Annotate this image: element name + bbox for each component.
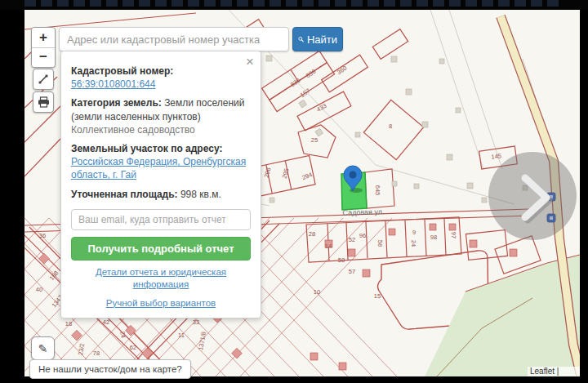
search-input[interactable] [59, 27, 289, 51]
clipped-header-text [24, 0, 564, 7]
pencil-icon: ✎ [38, 342, 48, 355]
address-row: Земельный участок по адресу: Российская … [71, 142, 251, 182]
not-found-label: Не нашли участок/дом на карте? [38, 364, 182, 374]
parcel-label: 28 [309, 230, 315, 238]
area-value: 998 кв.м. [180, 189, 221, 200]
parcel-label: 145 [491, 152, 501, 160]
parcel-label: 8 [389, 122, 392, 130]
parcel-label: 1371/8 [197, 331, 207, 350]
parcel-label: 24 [410, 240, 417, 247]
parcel-label: 96 [359, 232, 366, 239]
parcel-label: 836 [289, 77, 301, 88]
parcel-label: 62 [130, 344, 136, 351]
zoom-control: + − [31, 27, 56, 68]
land-category-extra: Коллективное садоводство [71, 123, 251, 136]
search-icon [298, 34, 304, 44]
draw-button[interactable]: ✎ [31, 336, 55, 360]
building-footprints [233, 34, 528, 203]
not-found-button[interactable]: Не нашли участок/дом на карте? [29, 359, 191, 379]
zoom-in-button[interactable]: + [32, 28, 55, 48]
print-button[interactable] [33, 91, 54, 113]
parcel-label: 78 [93, 350, 100, 357]
cadastral-number-label: Кадастровый номер: [71, 65, 173, 77]
parcel-label: 15 [374, 292, 381, 300]
expand-arrow-icon [38, 73, 49, 85]
parcel-label: 157 [299, 87, 311, 99]
manual-select-link[interactable]: Ручной выбор вариантов [71, 297, 251, 310]
get-report-button[interactable]: Получить подробный отчет [71, 237, 251, 261]
parcel-label: 97 [450, 232, 457, 238]
close-icon[interactable]: × [246, 55, 254, 69]
parcel-label: 645 [374, 185, 381, 196]
parcel-label: 58 [338, 256, 345, 264]
cadastral-number-row: Кадастровый номер: 56:39:0108001:644 [71, 65, 251, 91]
parcel-label: 58 [376, 240, 384, 247]
parcel-label: 18 [65, 320, 72, 327]
parcel-label: 98 [430, 234, 437, 241]
email-field[interactable] [71, 209, 251, 230]
leaflet-attribution[interactable]: Leaflet | [528, 367, 580, 376]
app-window: 8368361573604332581452962952946452814529… [0, 0, 588, 383]
area-row: Уточненная площадь: 998 кв.м. [71, 188, 251, 201]
parcel-label: 42 [103, 318, 109, 326]
next-arrow-overlay[interactable] [488, 152, 577, 240]
parcel-info-panel: × Кадастровый номер: 56:39:0108001:644 К… [60, 51, 261, 318]
parcel-label: 294 [301, 171, 314, 181]
parcel-label: 11 [178, 332, 185, 339]
parcel-label: 23/2 [77, 343, 86, 356]
zoom-out-button[interactable]: − [32, 48, 55, 68]
printer-icon [38, 96, 50, 108]
address-link[interactable]: Российская Федерация, Оренбургская облас… [71, 156, 246, 180]
parcel-label: 33 [193, 318, 199, 326]
parcel-label: 10 [314, 288, 320, 296]
land-category-row: Категория земель: Земли поселений (земли… [71, 96, 251, 136]
parcel-label: 25 [311, 136, 318, 144]
parcel-label: 14 [325, 243, 332, 250]
land-category-label: Категория земель: [71, 97, 162, 109]
street-label: Садовая ул. [342, 207, 384, 217]
cadastral-number-link[interactable]: 56:39:0108001:644 [71, 78, 155, 90]
parcel-label: 360 [336, 65, 348, 76]
parcel-label: 24 [118, 331, 127, 339]
address-label: Земельный участок по адресу: [71, 143, 222, 154]
search-button-label: Найти [307, 33, 337, 46]
parcel-label: 40 [36, 286, 42, 293]
parcel-label: 57 [349, 268, 355, 275]
parcel-label: 52 [349, 236, 355, 243]
parcel-label: 36 [39, 232, 46, 239]
search-bar: Найти [59, 27, 343, 51]
search-button[interactable]: Найти [292, 27, 343, 51]
parcel-label: 296 [263, 167, 273, 178]
area-label: Уточненная площадь: [71, 189, 178, 200]
parcel-label: 158 [48, 269, 60, 282]
parcel-label: 836 [305, 68, 317, 79]
fullscreen-button[interactable] [33, 69, 54, 90]
report-details-link[interactable]: Детали отчета и юридическая информация [71, 266, 251, 292]
clipped-header-strip [0, 0, 588, 10]
parcel-label: 9 [412, 229, 416, 236]
